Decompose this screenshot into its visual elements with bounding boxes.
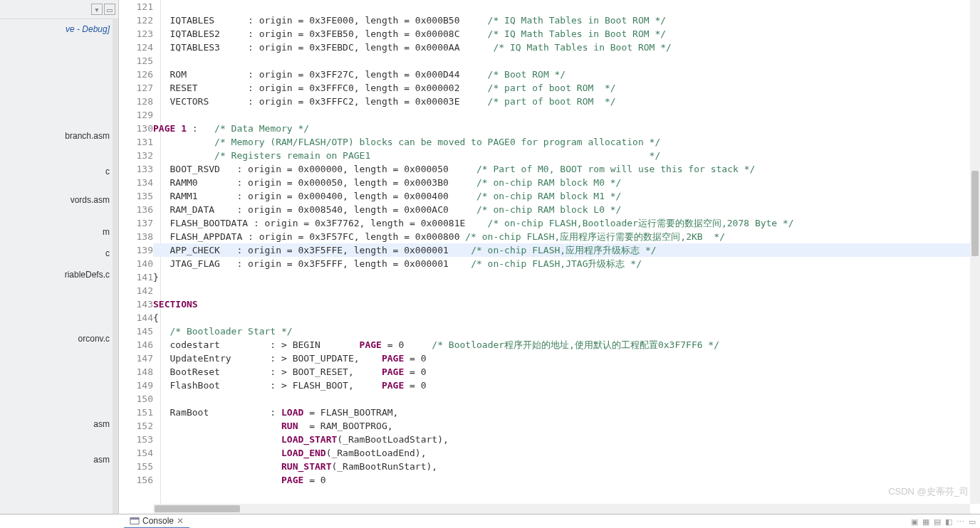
console-action-icon[interactable]: ◧ [945,517,952,527]
file-item[interactable]: c [0,164,113,179]
file-item[interactable]: asm [0,453,113,467]
code-line[interactable]: BootReset : > BOOT_RESET, PAGE = 0 [153,365,970,379]
code-line[interactable]: UpdateEntry : > BOOT_UPDATE, PAGE = 0 [153,352,970,365]
code-line[interactable]: APP_CHECK : origin = 0x3F5FFE, length = … [153,243,970,257]
line-number: 131 [119,135,153,149]
line-number: 129 [119,108,153,122]
horizontal-scrollbar[interactable] [153,504,970,514]
code-line[interactable]: IQTABLES : origin = 0x3FE000, length = 0… [153,14,970,27]
code-line[interactable]: RamBoot : LOAD = FLASH_BOOTRAM, [153,406,970,419]
code-line[interactable]: LOAD_END(_RamBootLoadEnd), [153,446,970,460]
file-item[interactable]: m [0,225,113,239]
file-tree[interactable]: ve - Debug]branch.asmcvords.asmmcriableD… [0,19,118,514]
code-line[interactable]: RESET : origin = 0x3FFFC0, length = 0x00… [153,81,970,95]
line-number: 142 [119,284,153,297]
line-number: 143 [119,297,153,311]
project-explorer: ▾ ▭ ve - Debug]branch.asmcvords.asmmcria… [0,0,119,514]
code-line[interactable]: RUN = RAM_BOOTPROG, [153,419,970,433]
console-action-icon[interactable]: ▣ [911,517,918,527]
line-number: 134 [119,176,153,189]
line-number: 123 [119,27,153,41]
code-area[interactable]: IQTABLES : origin = 0x3FE000, length = 0… [153,0,970,504]
console-icon [130,516,140,526]
code-line[interactable]: VECTORS : origin = 0x3FFFC2, length = 0x… [153,95,970,108]
vertical-scrollbar[interactable] [970,0,980,504]
collapse-icon[interactable]: ▾ [91,4,103,15]
line-number: 136 [119,203,153,216]
code-line[interactable]: JTAG_FLAG : origin = 0x3F5FFF, length = … [153,257,970,270]
line-number: 121 [119,0,153,14]
console-tab[interactable]: Console ✕ [124,514,189,528]
console-action-icon[interactable]: ▭ [969,517,976,527]
code-line[interactable]: BOOT_RSVD : origin = 0x000000, length = … [153,162,970,176]
sidebar-toolbar: ▾ ▭ [0,0,118,19]
line-number: 127 [119,81,153,95]
line-number: 122 [119,14,153,27]
code-line[interactable]: RAMM0 : origin = 0x000050, length = 0x00… [153,176,970,189]
line-number: 148 [119,365,153,379]
code-line[interactable]: SECTIONS [153,297,970,311]
code-line[interactable]: IQTABLES3 : origin = 0x3FEBDC, length = … [153,41,970,54]
line-number: 149 [119,379,153,392]
code-line[interactable] [153,108,970,122]
code-line[interactable]: FLASH_APPDATA : origin = 0x3F57FC, lengt… [153,230,970,243]
code-line[interactable]: RAMM1 : origin = 0x000400, length = 0x00… [153,189,970,203]
code-line[interactable]: ROM : origin = 0x3FF27C, length = 0x000D… [153,68,970,81]
code-line[interactable]: /* Registers remain on PAGE1 */ [153,149,970,162]
line-number: 156 [119,473,153,487]
line-number: 126 [119,68,153,81]
line-number: 124 [119,41,153,54]
console-tab-label: Console [142,516,174,526]
line-number: 141 [119,270,153,284]
console-action-icon[interactable]: ▤ [934,517,941,527]
code-line[interactable]: RAM_DATA : origin = 0x008540, length = 0… [153,203,970,216]
line-number: 147 [119,352,153,365]
svg-rect-1 [130,518,139,520]
line-number: 151 [119,406,153,419]
code-line[interactable]: PAGE = 0 [153,473,970,487]
code-line[interactable]: FLASH_BOOTDATA : origin = 0x3F7762, leng… [153,216,970,230]
code-line[interactable] [153,392,970,406]
code-line[interactable] [153,284,970,297]
code-line[interactable]: { [153,311,970,324]
code-line[interactable]: RUN_START(_RamBootRunStart), [153,460,970,473]
line-number: 152 [119,419,153,433]
code-line[interactable]: /* Memory (RAM/FLASH/OTP) blocks can be … [153,135,970,149]
code-line[interactable]: FlashBoot : > FLASH_BOOT, PAGE = 0 [153,379,970,392]
console-action-icon[interactable]: ⋯ [956,517,964,527]
line-number: 144 [119,311,153,324]
line-number: 138 [119,230,153,243]
console-action-icon[interactable]: ▦ [922,517,929,527]
line-number: 128 [119,95,153,108]
minimize-icon[interactable]: ▭ [104,4,115,15]
line-number: 137 [119,216,153,230]
line-number: 154 [119,446,153,460]
code-line[interactable]: IQTABLES2 : origin = 0x3FEB50, length = … [153,27,970,41]
file-item[interactable]: vords.asm [0,193,113,207]
file-item[interactable]: orconv.c [0,332,113,346]
code-line[interactable]: } [153,270,970,284]
file-item[interactable]: branch.asm [0,129,113,143]
project-title: ve - Debug] [0,22,113,36]
console-toolbar: ▣ ▦ ▤ ◧ ⋯ ▭ [911,517,980,527]
code-line[interactable] [153,0,970,14]
line-number: 132 [119,149,153,162]
code-line[interactable]: LOAD_START(_RamBootLoadStart), [153,433,970,446]
code-line[interactable]: PAGE 1 : /* Data Memory */ [153,122,970,135]
file-item[interactable]: c [0,246,113,260]
code-line[interactable]: /* Bootloader Start */ [153,324,970,338]
line-number: 130 [119,122,153,135]
file-item[interactable]: asm [0,417,113,431]
code-line[interactable] [153,54,970,68]
horizontal-scroll-thumb[interactable] [155,505,240,512]
line-number: 135 [119,189,153,203]
line-number: 155 [119,460,153,473]
console-tab-close[interactable]: ✕ [177,516,184,526]
line-number: 153 [119,433,153,446]
code-line[interactable]: codestart : > BEGIN PAGE = 0 /* Bootload… [153,338,970,352]
code-editor[interactable]: 1211221231241251261271281291301311321331… [119,0,980,514]
file-item[interactable]: riableDefs.c [0,268,113,282]
line-number: 150 [119,392,153,406]
vertical-scroll-thumb[interactable] [971,171,979,256]
line-number: 125 [119,54,153,68]
